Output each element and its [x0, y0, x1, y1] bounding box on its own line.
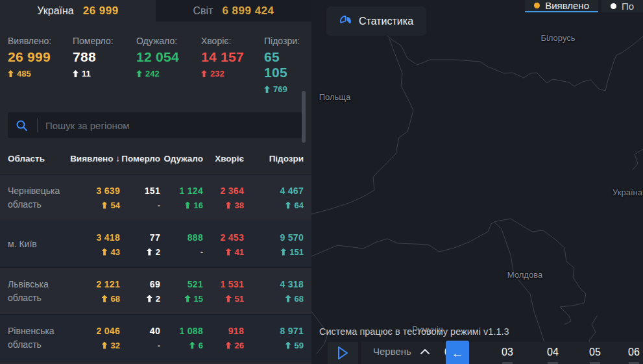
cell-value: 4 318 [244, 279, 304, 289]
stat-suspected-delta: 769 [264, 84, 304, 94]
timeline-prev-button[interactable]: ← [446, 341, 469, 364]
cell-value: 2 046 [69, 326, 120, 336]
cell-value: 521 [160, 279, 203, 289]
play-icon [337, 346, 349, 360]
cell-died: 40 - [120, 326, 160, 350]
search-input[interactable] [45, 120, 296, 131]
stat-sick-delta: 232 [201, 69, 264, 79]
country-world-tabs: Україна 26 999 Світ 6 899 424 [0, 0, 311, 21]
cell-died: 77 2 [120, 232, 160, 257]
stat-detected-delta: 485 [8, 69, 73, 79]
month-selector[interactable]: Червень [373, 346, 430, 357]
left-arrow-icon: ← [452, 347, 464, 359]
region-name: Рівненська область [8, 324, 69, 351]
stat-recovered-value: 12 054 [136, 49, 201, 65]
up-arrow-icon [185, 202, 191, 209]
stat-suspected: Підозри: 65 105 769 [264, 36, 304, 94]
statistics-button-label: Статистика [359, 16, 413, 27]
up-arrow-icon [102, 295, 108, 302]
cell-value: 888 [160, 232, 203, 243]
stat-suspected-value: 65 105 [264, 49, 304, 80]
cell-suspected: 9 570 151 [244, 232, 304, 257]
cell-delta: 2 [156, 294, 160, 304]
legend-tab-died[interactable]: По [601, 0, 643, 12]
play-button[interactable] [328, 342, 358, 364]
region-name: м. Київ [8, 237, 69, 250]
up-arrow-icon [189, 342, 195, 349]
up-arrow-icon [147, 249, 152, 256]
cell-delta: 26 [235, 341, 244, 350]
cell-value: 40 [120, 326, 160, 336]
stat-detected-value: 26 999 [8, 49, 73, 65]
stat-recovered-delta-value: 242 [145, 69, 160, 79]
up-arrow-icon [185, 295, 191, 302]
timeline-day[interactable]: 03 [498, 346, 517, 358]
legend-tab-detected-label: Виявлено [545, 0, 589, 11]
sort-desc-icon: ↓ [115, 154, 120, 164]
cell-value: 2 121 [69, 279, 120, 289]
month-label: Червень [373, 346, 411, 357]
region-name: Чернівецька область [8, 184, 69, 211]
system-note: Система працює в тестовому режимі v1.1.3 [319, 326, 509, 337]
cell-detected: 3 639 54 [69, 186, 120, 210]
cell-value: 77 [120, 232, 160, 243]
table-row[interactable]: Рівненська область 2 046 32 40 - 1 088 6… [0, 314, 311, 361]
cell-delta: 51 [235, 294, 244, 304]
cell-value: 69 [120, 279, 160, 289]
map-label-poland: Польща [319, 92, 351, 102]
cell-delta: 16 [194, 200, 203, 210]
panel-scrollbar[interactable] [302, 91, 306, 143]
table-row[interactable]: Львівська область 2 121 68 69 2 521 15 1… [0, 267, 311, 314]
header-recovered[interactable]: Одужало [160, 154, 203, 164]
tab-ukraine-value: 26 999 [83, 5, 119, 18]
timeline-day[interactable]: 05 [585, 346, 605, 358]
table-row[interactable]: м. Київ 3 418 43 77 2 888 - 2 453 41 [0, 221, 311, 267]
header-suspected[interactable]: Підозри [244, 154, 304, 164]
cell-suspected: 8 971 59 [244, 326, 304, 350]
cell-value: 3 418 [69, 232, 120, 243]
stat-sick-label: Хворіє: [201, 36, 264, 46]
legend-tab-detected[interactable]: Виявлено [525, 0, 598, 12]
stat-died-label: Померло: [73, 36, 136, 46]
header-sick[interactable]: Хворіє [203, 154, 244, 164]
stat-suspected-label: Підозри: [264, 36, 304, 46]
map-label-belarus: Білорусь [540, 33, 575, 43]
pie-chart-icon [339, 15, 352, 27]
stat-recovered-label: Одужало: [136, 36, 201, 46]
cell-delta: 59 [295, 341, 304, 350]
up-arrow-icon [102, 249, 108, 256]
cell-recovered: 888 - [160, 232, 203, 257]
header-detected-label: Виявлено [70, 154, 113, 164]
header-detected[interactable]: Виявлено ↓ [69, 154, 120, 164]
cell-value: 1 531 [203, 279, 244, 289]
cell-suspected: 4 318 68 [244, 279, 304, 304]
up-arrow-icon [226, 202, 232, 209]
tab-world[interactable]: Світ 6 899 424 [156, 0, 311, 21]
search-icon [16, 119, 28, 132]
cell-sick: 2 453 41 [203, 232, 244, 257]
cell-sick: 1 531 51 [203, 279, 244, 304]
timeline-day[interactable]: 06 [624, 346, 643, 358]
cell-died: 69 2 [120, 279, 160, 304]
cell-delta: 15 [194, 294, 203, 304]
cell-delta: 41 [235, 247, 244, 257]
cell-value: 3 639 [69, 186, 120, 196]
cell-detected: 3 418 43 [69, 232, 120, 257]
cell-delta: 64 [295, 200, 304, 210]
white-dot-icon [611, 3, 616, 9]
stat-suspected-delta-value: 769 [273, 84, 287, 94]
map-area[interactable]: Білорусь Польща Україна Молдова Румунія … [311, 0, 643, 364]
up-arrow-icon [8, 70, 14, 77]
timeline-day[interactable]: 04 [543, 346, 563, 358]
cell-value: 4 467 [244, 186, 304, 196]
header-died[interactable]: Померло [120, 154, 160, 164]
cell-delta: 6 [199, 341, 203, 350]
statistics-button[interactable]: Статистика [326, 6, 426, 36]
up-arrow-icon [226, 295, 232, 302]
header-region[interactable]: Область [8, 154, 69, 164]
tab-ukraine[interactable]: Україна 26 999 [0, 0, 156, 21]
cell-delta: 54 [111, 200, 120, 210]
stat-detected: Виявлено: 26 999 485 [8, 36, 73, 94]
up-arrow-icon [201, 70, 207, 77]
table-row[interactable]: Чернівецька область 3 639 54 151 - 1 124… [0, 174, 311, 221]
